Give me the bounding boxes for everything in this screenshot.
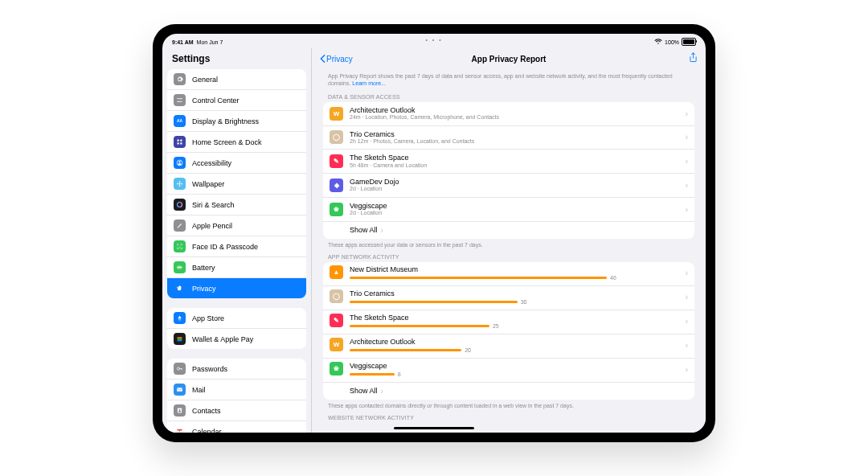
sidebar-item-apple-pencil[interactable]: Apple Pencil [167, 215, 306, 236]
chevron-right-icon: › [686, 157, 688, 166]
app-detail: 2d · Location [350, 210, 682, 216]
sensor-row[interactable]: WArchitecture Outlook24m · Location, Pho… [323, 102, 694, 126]
app-name: New District Museum [350, 265, 682, 273]
chevron-right-icon: › [686, 205, 688, 214]
svg-rect-19 [178, 267, 181, 269]
wifi-icon [654, 39, 662, 46]
chevron-right-icon: › [686, 317, 688, 326]
multitask-dots[interactable]: • • • [425, 37, 442, 43]
activity-value: 20 [465, 347, 471, 353]
section-header-sensor: DATA & SENSOR ACCESS [328, 94, 690, 100]
sidebar-title: Settings [172, 53, 311, 64]
sidebar-item-passwords[interactable]: Passwords [167, 359, 306, 380]
sidebar-item-label: General [192, 76, 218, 84]
chevron-right-icon: › [686, 365, 688, 374]
app-name: Veggiscape [350, 202, 682, 210]
sensor-card: WArchitecture Outlook24m · Location, Pho… [323, 102, 694, 239]
svg-point-12 [177, 183, 178, 185]
sidebar-item-contacts[interactable]: Contacts [167, 400, 306, 421]
sidebar-item-label: Apple Pencil [192, 222, 232, 230]
sidebar-item-label: App Store [192, 314, 224, 322]
sliders-icon [174, 94, 186, 106]
sidebar-item-battery[interactable]: Battery [167, 257, 306, 278]
app-icon: ❀ [330, 362, 343, 375]
content-scroll[interactable]: App Privacy Report shows the past 7 days… [312, 69, 706, 433]
svg-rect-20 [178, 337, 182, 339]
ipad-device: 9:41 AM Mon Jun 7 • • • 100% Settings Ge… [153, 24, 715, 442]
app-icon: W [330, 338, 343, 351]
sidebar-item-general[interactable]: General [167, 69, 306, 90]
chevron-right-icon: › [686, 109, 688, 118]
sidebar-item-control-center[interactable]: Control Center [167, 90, 306, 111]
grid-icon [174, 136, 186, 148]
sidebar-item-calendar[interactable]: 7Calendar [167, 421, 306, 433]
sidebar-item-home-screen-dock[interactable]: Home Screen & Dock [167, 132, 306, 153]
sidebar-item-face-id-passcode[interactable]: Face ID & Passcode [167, 236, 306, 257]
svg-point-0 [180, 98, 182, 100]
sidebar-item-accessibility[interactable]: Accessibility [167, 153, 306, 174]
app-name: Architecture Outlook [350, 106, 682, 114]
show-all-button[interactable]: Show All› [323, 383, 694, 400]
app-name: GameDev Dojo [350, 178, 682, 186]
status-time: 9:41 AM [172, 39, 194, 45]
app-name: Veggiscape [350, 362, 682, 370]
sidebar-item-label: Display & Brightness [192, 117, 259, 125]
app-icon: ◆ [330, 178, 343, 192]
sidebar-item-app-store[interactable]: App Store [167, 308, 306, 329]
sidebar-item-label: Face ID & Passcode [192, 243, 258, 251]
sidebar-item-label: Wallpaper [192, 180, 224, 188]
sensor-row[interactable]: ◯Trio Ceramics2h 12m · Photos, Camera, L… [323, 126, 694, 150]
settings-sidebar: Settings GeneralControl CenterAADisplay … [162, 48, 312, 433]
learn-more-link[interactable]: Learn more... [352, 80, 386, 86]
sidebar-item-mail[interactable]: Mail [167, 380, 306, 400]
battery-icon [174, 261, 186, 273]
sensor-row[interactable]: ✎The Sketch Space5h 48m · Camera and Loc… [323, 150, 694, 174]
svg-rect-4 [180, 140, 182, 142]
svg-point-10 [179, 181, 181, 183]
sidebar-item-wallpaper[interactable]: Wallpaper [167, 174, 306, 195]
activity-value: 46 [610, 275, 616, 281]
section-header-webnet: WEBSITE NETWORK ACTIVITY [328, 415, 690, 421]
calendar-icon: 7 [174, 425, 186, 433]
activity-bar: 20 [350, 347, 682, 353]
show-all-label: Show All [330, 226, 378, 234]
appnet-card: ▲New District Museum46›◯Trio Ceramics30›… [323, 262, 694, 400]
back-button[interactable]: Privacy [320, 55, 353, 64]
svg-point-9 [178, 183, 180, 184]
appnet-row[interactable]: ◯Trio Ceramics30› [323, 286, 694, 310]
appnet-row[interactable]: WArchitecture Outlook20› [323, 334, 694, 359]
app-icon: ✎ [330, 314, 343, 327]
chevron-right-icon: › [686, 181, 688, 190]
hand-icon [174, 282, 186, 294]
chevron-right-icon: › [686, 341, 688, 350]
sidebar-item-display-brightness[interactable]: AADisplay & Brightness [167, 111, 306, 132]
screen: 9:41 AM Mon Jun 7 • • • 100% Settings Ge… [162, 34, 706, 433]
sidebar-item-privacy[interactable]: Privacy [167, 278, 306, 298]
svg-point-23 [178, 367, 180, 370]
sensor-row[interactable]: ◆GameDev Dojo2d · Location› [323, 174, 694, 198]
wallet-icon [174, 333, 186, 345]
app-name: Trio Ceramics [350, 289, 682, 298]
share-button[interactable] [689, 51, 698, 66]
home-indicator[interactable] [394, 427, 474, 429]
activity-value: 8 [398, 371, 401, 377]
svg-point-15 [178, 245, 179, 246]
sensor-row[interactable]: ❀Veggiscape2d · Location› [323, 198, 694, 222]
appnet-row[interactable]: ✎The Sketch Space25› [323, 310, 694, 334]
show-all-button[interactable]: Show All› [323, 222, 694, 239]
appnet-row[interactable]: ▲New District Museum46› [323, 262, 694, 286]
svg-rect-18 [182, 267, 182, 269]
sidebar-item-label: Contacts [192, 407, 221, 415]
show-all-label: Show All [330, 387, 378, 395]
appnet-row[interactable]: ❀Veggiscape8› [323, 359, 694, 383]
svg-rect-5 [178, 142, 179, 144]
sidebar-item-label: Calendar [192, 428, 222, 433]
svg-rect-3 [178, 140, 179, 142]
page-title: App Privacy Report [472, 55, 547, 64]
sidebar-item-siri-search[interactable]: Siri & Search [167, 195, 306, 215]
activity-bar: 30 [350, 299, 682, 305]
app-icon: ◯ [330, 289, 343, 303]
nav-bar: Privacy App Privacy Report [312, 48, 706, 69]
sidebar-item-wallet-apple-pay[interactable]: Wallet & Apple Pay [167, 329, 306, 349]
siri-icon [174, 199, 186, 211]
